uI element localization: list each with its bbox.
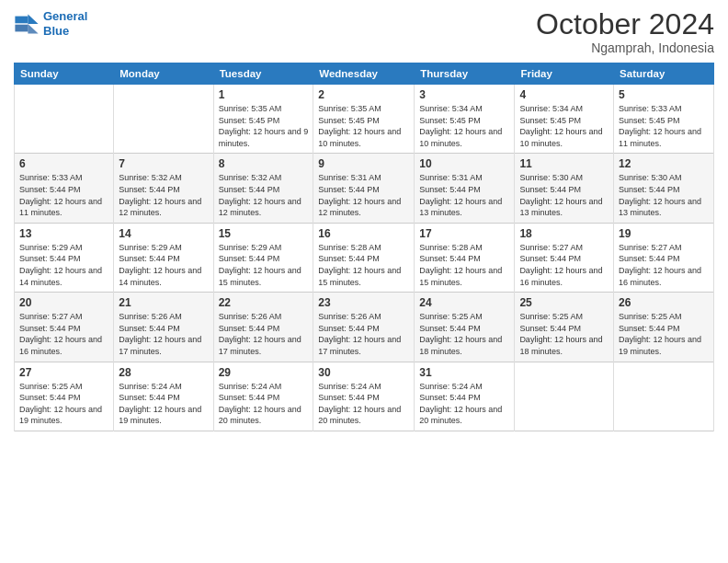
col-monday: Monday (114, 63, 213, 85)
col-tuesday: Tuesday (213, 63, 313, 85)
day-number: 24 (419, 296, 509, 309)
day-info: Sunrise: 5:25 AM Sunset: 5:44 PM Dayligh… (419, 311, 509, 357)
day-number: 21 (119, 296, 208, 309)
day-info: Sunrise: 5:27 AM Sunset: 5:44 PM Dayligh… (619, 242, 709, 288)
day-info: Sunrise: 5:26 AM Sunset: 5:44 PM Dayligh… (318, 311, 409, 357)
day-number: 15 (219, 227, 309, 240)
table-row: 11Sunrise: 5:30 AM Sunset: 5:44 PM Dayli… (515, 154, 614, 223)
day-info: Sunrise: 5:24 AM Sunset: 5:44 PM Dayligh… (419, 381, 509, 427)
day-info: Sunrise: 5:35 AM Sunset: 5:45 PM Dayligh… (318, 103, 409, 149)
day-info: Sunrise: 5:27 AM Sunset: 5:44 PM Dayligh… (519, 242, 609, 288)
day-info: Sunrise: 5:34 AM Sunset: 5:45 PM Dayligh… (419, 103, 509, 149)
day-number: 5 (619, 88, 709, 101)
table-row: 16Sunrise: 5:28 AM Sunset: 5:44 PM Dayli… (313, 223, 415, 292)
col-thursday: Thursday (415, 63, 515, 85)
day-number: 8 (219, 157, 309, 170)
logo: General Blue (14, 9, 87, 38)
table-row: 28Sunrise: 5:24 AM Sunset: 5:44 PM Dayli… (114, 362, 213, 431)
table-row: 18Sunrise: 5:27 AM Sunset: 5:44 PM Dayli… (515, 223, 614, 292)
table-row: 5Sunrise: 5:33 AM Sunset: 5:45 PM Daylig… (614, 85, 714, 154)
day-number: 9 (318, 157, 409, 170)
table-row (515, 362, 614, 431)
table-row: 25Sunrise: 5:25 AM Sunset: 5:44 PM Dayli… (515, 293, 614, 362)
day-info: Sunrise: 5:33 AM Sunset: 5:45 PM Dayligh… (619, 103, 709, 149)
day-number: 13 (19, 227, 108, 240)
logo-icon (14, 11, 40, 37)
table-row: 31Sunrise: 5:24 AM Sunset: 5:44 PM Dayli… (415, 362, 515, 431)
day-number: 3 (419, 88, 509, 101)
day-number: 18 (519, 227, 609, 240)
day-info: Sunrise: 5:29 AM Sunset: 5:44 PM Dayligh… (219, 242, 309, 288)
table-row: 3Sunrise: 5:34 AM Sunset: 5:45 PM Daylig… (415, 85, 515, 154)
day-info: Sunrise: 5:33 AM Sunset: 5:44 PM Dayligh… (19, 172, 108, 218)
day-number: 10 (419, 157, 509, 170)
logo-line2: Blue (43, 24, 69, 38)
logo-text: General Blue (43, 9, 87, 38)
calendar-week-row: 13Sunrise: 5:29 AM Sunset: 5:44 PM Dayli… (15, 223, 714, 292)
day-number: 2 (318, 88, 409, 101)
day-number: 31 (419, 366, 509, 379)
day-info: Sunrise: 5:25 AM Sunset: 5:44 PM Dayligh… (619, 311, 709, 357)
day-info: Sunrise: 5:32 AM Sunset: 5:44 PM Dayligh… (119, 172, 208, 218)
table-row: 22Sunrise: 5:26 AM Sunset: 5:44 PM Dayli… (213, 293, 313, 362)
day-number: 22 (219, 296, 309, 309)
day-info: Sunrise: 5:31 AM Sunset: 5:44 PM Dayligh… (419, 172, 509, 218)
table-row: 20Sunrise: 5:27 AM Sunset: 5:44 PM Dayli… (15, 293, 114, 362)
table-row: 15Sunrise: 5:29 AM Sunset: 5:44 PM Dayli… (213, 223, 313, 292)
day-number: 20 (19, 296, 108, 309)
table-row (15, 85, 114, 154)
svg-rect-3 (15, 16, 28, 23)
table-row: 27Sunrise: 5:25 AM Sunset: 5:44 PM Dayli… (15, 362, 114, 431)
day-number: 30 (318, 366, 409, 379)
day-number: 4 (519, 88, 609, 101)
title-block: October 2024 Ngamprah, Indonesia (536, 9, 714, 55)
day-info: Sunrise: 5:26 AM Sunset: 5:44 PM Dayligh… (119, 311, 208, 357)
logo-line1: General (43, 9, 87, 23)
table-row: 6Sunrise: 5:33 AM Sunset: 5:44 PM Daylig… (15, 154, 114, 223)
month-title: October 2024 (536, 9, 714, 39)
day-info: Sunrise: 5:26 AM Sunset: 5:44 PM Dayligh… (219, 311, 309, 357)
table-row (114, 85, 213, 154)
day-number: 11 (519, 157, 609, 170)
day-info: Sunrise: 5:24 AM Sunset: 5:44 PM Dayligh… (318, 381, 409, 427)
day-number: 19 (619, 227, 709, 240)
table-row: 21Sunrise: 5:26 AM Sunset: 5:44 PM Dayli… (114, 293, 213, 362)
day-info: Sunrise: 5:34 AM Sunset: 5:45 PM Dayligh… (519, 103, 609, 149)
table-row: 23Sunrise: 5:26 AM Sunset: 5:44 PM Dayli… (313, 293, 415, 362)
calendar-week-row: 20Sunrise: 5:27 AM Sunset: 5:44 PM Dayli… (15, 293, 714, 362)
calendar-week-row: 1Sunrise: 5:35 AM Sunset: 5:45 PM Daylig… (15, 85, 714, 154)
calendar-header-row: Sunday Monday Tuesday Wednesday Thursday… (15, 63, 714, 85)
table-row: 24Sunrise: 5:25 AM Sunset: 5:44 PM Dayli… (415, 293, 515, 362)
calendar-week-row: 6Sunrise: 5:33 AM Sunset: 5:44 PM Daylig… (15, 154, 714, 223)
col-sunday: Sunday (15, 63, 114, 85)
calendar-week-row: 27Sunrise: 5:25 AM Sunset: 5:44 PM Dayli… (15, 362, 714, 431)
location: Ngamprah, Indonesia (536, 40, 714, 55)
col-friday: Friday (515, 63, 614, 85)
day-number: 23 (318, 296, 409, 309)
day-info: Sunrise: 5:25 AM Sunset: 5:44 PM Dayligh… (519, 311, 609, 357)
col-saturday: Saturday (614, 63, 714, 85)
day-info: Sunrise: 5:28 AM Sunset: 5:44 PM Dayligh… (318, 242, 409, 288)
day-info: Sunrise: 5:29 AM Sunset: 5:44 PM Dayligh… (19, 242, 108, 288)
day-number: 28 (119, 366, 208, 379)
day-info: Sunrise: 5:29 AM Sunset: 5:44 PM Dayligh… (119, 242, 208, 288)
day-info: Sunrise: 5:35 AM Sunset: 5:45 PM Dayligh… (219, 103, 309, 149)
table-row: 14Sunrise: 5:29 AM Sunset: 5:44 PM Dayli… (114, 223, 213, 292)
day-number: 7 (119, 157, 208, 170)
day-info: Sunrise: 5:32 AM Sunset: 5:44 PM Dayligh… (219, 172, 309, 218)
table-row: 29Sunrise: 5:24 AM Sunset: 5:44 PM Dayli… (213, 362, 313, 431)
table-row: 7Sunrise: 5:32 AM Sunset: 5:44 PM Daylig… (114, 154, 213, 223)
table-row: 1Sunrise: 5:35 AM Sunset: 5:45 PM Daylig… (213, 85, 313, 154)
header: General Blue October 2024 Ngamprah, Indo… (14, 9, 714, 55)
day-info: Sunrise: 5:30 AM Sunset: 5:44 PM Dayligh… (619, 172, 709, 218)
day-info: Sunrise: 5:24 AM Sunset: 5:44 PM Dayligh… (119, 381, 208, 427)
day-number: 26 (619, 296, 709, 309)
page: General Blue October 2024 Ngamprah, Indo… (0, 0, 728, 563)
day-number: 25 (519, 296, 609, 309)
table-row: 4Sunrise: 5:34 AM Sunset: 5:45 PM Daylig… (515, 85, 614, 154)
table-row: 8Sunrise: 5:32 AM Sunset: 5:44 PM Daylig… (213, 154, 313, 223)
day-info: Sunrise: 5:24 AM Sunset: 5:44 PM Dayligh… (219, 381, 309, 427)
table-row: 19Sunrise: 5:27 AM Sunset: 5:44 PM Dayli… (614, 223, 714, 292)
day-info: Sunrise: 5:25 AM Sunset: 5:44 PM Dayligh… (19, 381, 108, 427)
svg-rect-4 (15, 24, 28, 31)
